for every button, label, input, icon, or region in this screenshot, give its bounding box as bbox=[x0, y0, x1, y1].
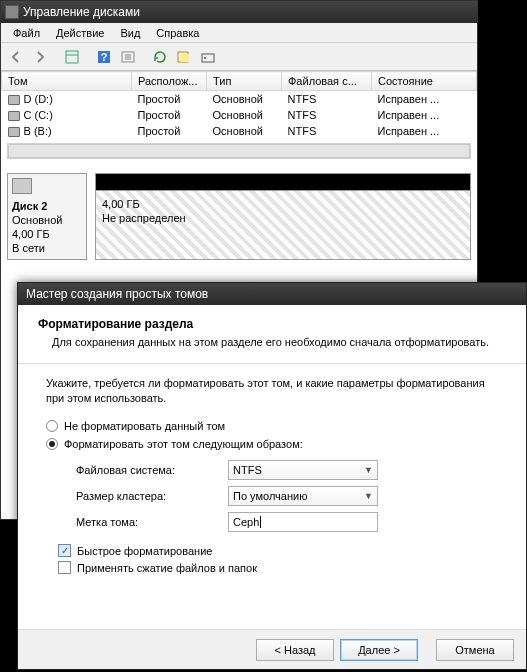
disk-online: В сети bbox=[12, 242, 45, 254]
forward-icon[interactable] bbox=[29, 46, 51, 68]
radio-icon[interactable] bbox=[46, 438, 58, 450]
toolbar: ? bbox=[1, 43, 477, 71]
svg-rect-0 bbox=[66, 51, 78, 63]
back-icon[interactable] bbox=[5, 46, 27, 68]
table-header-row[interactable]: Том Располож... Тип Файловая с... Состоя… bbox=[2, 72, 477, 91]
back-button[interactable]: < Назад bbox=[256, 639, 334, 661]
menu-view[interactable]: Вид bbox=[114, 25, 146, 41]
partition-header bbox=[96, 174, 470, 190]
wizard-body: Укажите, требуется ли форматировать этот… bbox=[18, 364, 526, 590]
col-fs[interactable]: Файловая с... bbox=[282, 72, 372, 91]
svg-text:?: ? bbox=[101, 51, 108, 63]
svg-point-7 bbox=[204, 57, 206, 59]
col-status[interactable]: Состояние bbox=[372, 72, 477, 91]
wizard-header: Форматирование раздела Для сохранения да… bbox=[18, 305, 526, 364]
titlebar[interactable]: Управление дисками bbox=[1, 1, 477, 23]
cancel-button[interactable]: Отмена bbox=[436, 639, 514, 661]
chevron-down-icon: ▼ bbox=[364, 491, 373, 501]
disk-name: Диск 2 bbox=[12, 200, 47, 212]
next-button[interactable]: Далее > bbox=[340, 639, 418, 661]
h-scrollbar[interactable] bbox=[7, 143, 471, 159]
fs-label: Файловая система: bbox=[76, 464, 216, 476]
disk-size: 4,00 ГБ bbox=[12, 228, 50, 240]
table-row[interactable]: B (B:) Простой Основной NTFS Исправен ..… bbox=[2, 123, 477, 139]
volume-label-input[interactable]: Ceph bbox=[228, 512, 378, 532]
cluster-label: Размер кластера: bbox=[76, 490, 216, 502]
cluster-value: По умолчанию bbox=[233, 490, 307, 502]
toolbar-icon[interactable] bbox=[173, 46, 195, 68]
menu-file[interactable]: Файл bbox=[7, 25, 46, 41]
radio-no-format[interactable]: Не форматировать данный том bbox=[46, 420, 498, 432]
wizard-titlebar[interactable]: Мастер создания простых томов bbox=[18, 283, 526, 305]
checkbox-icon[interactable] bbox=[58, 561, 71, 574]
wizard-header-desc: Для сохранения данных на этом разделе ег… bbox=[38, 335, 506, 349]
quick-format-checkbox[interactable]: Быстрое форматирование bbox=[58, 544, 498, 557]
menu-help[interactable]: Справка bbox=[150, 25, 205, 41]
disk-label-panel[interactable]: Диск 2 Основной 4,00 ГБ В сети bbox=[7, 173, 87, 260]
svg-rect-6 bbox=[202, 54, 214, 62]
volume-label-value: Ceph bbox=[233, 516, 259, 528]
window-title: Управление дисками bbox=[23, 1, 140, 23]
disk-type: Основной bbox=[12, 214, 62, 226]
partition-size: 4,00 ГБ bbox=[102, 198, 140, 210]
toolbar-icon[interactable] bbox=[61, 46, 83, 68]
refresh-icon[interactable] bbox=[149, 46, 171, 68]
radio-format-label: Форматировать этот том следующим образом… bbox=[64, 438, 303, 450]
quick-format-label: Быстрое форматирование bbox=[77, 545, 212, 557]
wizard-header-title: Форматирование раздела bbox=[38, 317, 506, 331]
volume-label-label: Метка тома: bbox=[76, 516, 216, 528]
help-icon[interactable]: ? bbox=[93, 46, 115, 68]
toolbar-icon[interactable] bbox=[117, 46, 139, 68]
app-icon bbox=[5, 5, 19, 19]
wizard-intro: Укажите, требуется ли форматировать этот… bbox=[46, 376, 498, 406]
wizard-dialog: Мастер создания простых томов Форматиров… bbox=[17, 282, 527, 670]
cluster-select[interactable]: По умолчанию ▼ bbox=[228, 486, 378, 506]
drive-icon bbox=[8, 127, 20, 137]
radio-format[interactable]: Форматировать этот том следующим образом… bbox=[46, 438, 498, 450]
radio-icon[interactable] bbox=[46, 420, 58, 432]
drive-icon bbox=[8, 111, 20, 121]
checkbox-icon[interactable] bbox=[58, 544, 71, 557]
drive-icon bbox=[8, 95, 20, 105]
table-row[interactable]: C (C:) Простой Основной NTFS Исправен ..… bbox=[2, 107, 477, 123]
format-options: Файловая система: NTFS ▼ Размер кластера… bbox=[76, 460, 498, 532]
partition[interactable]: 4,00 ГБ Не распределен bbox=[95, 173, 471, 260]
disk-icon bbox=[12, 178, 32, 194]
disk-graphical-view: Диск 2 Основной 4,00 ГБ В сети 4,00 ГБ Н… bbox=[7, 173, 471, 260]
toolbar-icon[interactable] bbox=[197, 46, 219, 68]
compress-checkbox[interactable]: Применять сжатие файлов и папок bbox=[58, 561, 498, 574]
fs-select[interactable]: NTFS ▼ bbox=[228, 460, 378, 480]
menubar: Файл Действие Вид Справка bbox=[1, 23, 477, 43]
col-volume[interactable]: Том bbox=[2, 72, 132, 91]
radio-no-format-label: Не форматировать данный том bbox=[64, 420, 225, 432]
compress-label: Применять сжатие файлов и папок bbox=[77, 562, 257, 574]
col-layout[interactable]: Располож... bbox=[132, 72, 207, 91]
fs-value: NTFS bbox=[233, 464, 262, 476]
partition-body: 4,00 ГБ Не распределен bbox=[96, 190, 470, 259]
table-row[interactable]: D (D:) Простой Основной NTFS Исправен ..… bbox=[2, 91, 477, 108]
wizard-title: Мастер создания простых томов bbox=[26, 287, 208, 301]
volume-table: Том Располож... Тип Файловая с... Состоя… bbox=[1, 71, 477, 139]
partition-status: Не распределен bbox=[102, 212, 186, 224]
chevron-down-icon: ▼ bbox=[364, 465, 373, 475]
col-type[interactable]: Тип bbox=[207, 72, 282, 91]
wizard-footer: < Назад Далее > Отмена bbox=[18, 629, 526, 669]
menu-action[interactable]: Действие bbox=[50, 25, 110, 41]
svg-rect-5 bbox=[181, 54, 189, 62]
